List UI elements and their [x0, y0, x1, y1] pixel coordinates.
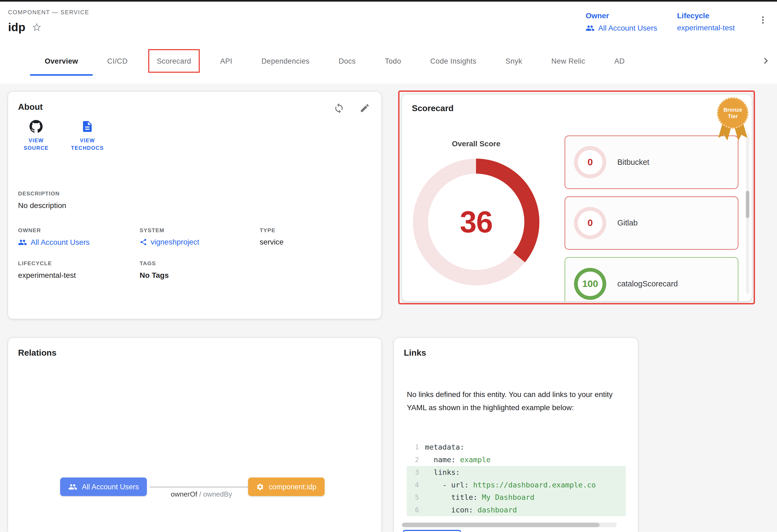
header-owner-value: All Account Users — [598, 24, 657, 32]
type-label: TYPE — [260, 227, 284, 234]
code-line: 4 - url: https://dashboard.example.co — [407, 479, 626, 491]
about-title: About — [18, 102, 43, 112]
header-owner-link[interactable]: All Account Users — [585, 24, 657, 33]
header-lifecycle-value: experimental-test — [677, 24, 735, 32]
bronze-tier-badge: Bronze Tier — [716, 98, 749, 144]
description-value: No description — [18, 201, 66, 210]
scorecard-title: Scorecard — [412, 103, 454, 113]
page-title: idp — [8, 21, 25, 34]
scorecard-scrollbar-thumb[interactable] — [746, 191, 749, 218]
scorecard-item-name: Bitbucket — [617, 158, 649, 167]
system-link[interactable]: vigneshproject — [140, 238, 199, 246]
more-options-icon[interactable] — [757, 14, 768, 25]
gear-icon — [256, 483, 264, 491]
horizontal-scrollbar-thumb[interactable] — [402, 523, 600, 527]
tab-overflow-truncated[interactable]: AD — [600, 47, 639, 76]
scorecard-item[interactable]: 0 Gitlab — [565, 196, 738, 250]
code-line: 3 links: — [407, 466, 626, 479]
relation-edge-line — [149, 487, 248, 488]
score-value: 0 — [587, 218, 593, 229]
score-value: 0 — [587, 157, 593, 168]
owner-node-label: All Account Users — [82, 483, 139, 491]
system-label: SYSTEM — [140, 227, 199, 234]
tab-bar: Overview CI/CD Scorecard API Dependencie… — [0, 47, 777, 76]
lifecycle-value: experimental-test — [18, 271, 76, 280]
tab-docs[interactable]: Docs — [324, 47, 370, 76]
code-line: 2 name: example — [407, 453, 626, 466]
yaml-example-code: 1metadata: 2 name: example 3 links: 4 - … — [407, 441, 626, 516]
overall-score-label: Overall Score — [413, 140, 539, 148]
github-icon — [29, 120, 43, 133]
type-value: service — [260, 238, 284, 246]
lifecycle-label: LIFECYCLE — [18, 260, 76, 267]
overall-score-value: 36 — [460, 205, 492, 239]
tab-api[interactable]: API — [206, 47, 247, 76]
code-line: 1metadata: — [407, 441, 626, 453]
content-area: About VIEW SOURCE — [0, 84, 777, 532]
owner-group-node[interactable]: All Account Users — [60, 478, 147, 496]
relations-title: Relations — [18, 348, 57, 358]
code-line: 6 icon: dashboard — [407, 504, 626, 516]
breadcrumb: COMPONENT — SERVICE — [8, 9, 89, 16]
tab-dependencies[interactable]: Dependencies — [247, 47, 324, 76]
links-card: Links No links defined for this entity. … — [394, 338, 638, 532]
header-lifecycle-label: Lifecycle — [677, 12, 735, 20]
app-root: COMPONENT — SERVICE idp Owner All Accoun… — [0, 0, 777, 532]
component-node[interactable]: component:idp — [248, 478, 324, 496]
score-value: 100 — [582, 278, 598, 289]
tab-code-insights[interactable]: Code Insights — [416, 47, 491, 76]
view-techdocs-button[interactable]: VIEW TECHDOCS — [68, 120, 106, 152]
code-line: 5 title: My Dashboard — [407, 491, 626, 504]
view-techdocs-label: VIEW TECHDOCS — [68, 137, 106, 152]
tab-overview[interactable]: Overview — [30, 47, 93, 76]
owner-link[interactable]: All Account Users — [18, 238, 90, 247]
people-icon — [585, 24, 595, 33]
tier-badge-label: Bronze Tier — [718, 107, 747, 120]
tab-todo[interactable]: Todo — [370, 47, 416, 76]
overall-score-donut: 36 — [413, 159, 539, 285]
tab-cicd[interactable]: CI/CD — [93, 47, 142, 76]
edit-icon[interactable] — [359, 103, 370, 114]
tags-value: No Tags — [140, 271, 169, 280]
scorecard-item-name: catalogScorecard — [617, 279, 678, 288]
score-gauge: 0 — [574, 146, 606, 178]
horizontal-scrollbar-track — [402, 523, 617, 527]
links-empty-text: No links defined for this entity. You ca… — [407, 388, 627, 414]
tags-label: TAGS — [140, 260, 169, 267]
links-partial-button[interactable] — [403, 530, 461, 532]
relation-edge-label: ownerOf / ownedBy — [159, 490, 244, 499]
scorecard-item-name: Gitlab — [617, 219, 638, 227]
system-icon — [140, 238, 147, 246]
document-icon — [81, 120, 94, 133]
links-title: Links — [404, 348, 426, 358]
owner-label: OWNER — [18, 227, 90, 234]
tab-new-relic[interactable]: New Relic — [537, 47, 600, 76]
view-source-label: VIEW SOURCE — [17, 137, 55, 152]
component-node-label: component:idp — [269, 483, 317, 491]
refresh-icon[interactable] — [333, 103, 344, 114]
view-source-button[interactable]: VIEW SOURCE — [17, 120, 55, 152]
chevron-right-icon[interactable] — [760, 55, 772, 67]
description-label: DESCRIPTION — [18, 190, 66, 197]
favorite-star-icon[interactable] — [31, 22, 42, 32]
scorecard-item[interactable]: 0 Bitbucket — [565, 136, 738, 189]
people-icon — [68, 482, 77, 492]
tab-snyk[interactable]: Snyk — [491, 47, 537, 76]
tab-scorecard[interactable]: Scorecard — [142, 47, 206, 76]
entity-header: COMPONENT — SERVICE idp Owner All Accoun… — [0, 2, 777, 84]
header-owner-label: Owner — [585, 12, 657, 20]
scorecard-card: Scorecard Bronze Tier Overall Score 36 0… — [402, 95, 752, 301]
scorecard-list: 0 Bitbucket 0 Gitlab 100 catalogScorecar… — [565, 136, 738, 301]
score-gauge: 100 — [574, 268, 606, 300]
relations-card: Relations ownerOf / ownedBy All Account … — [8, 338, 381, 532]
score-gauge: 0 — [574, 207, 606, 239]
scorecard-item[interactable]: 100 catalogScorecard — [565, 257, 738, 301]
about-card: About VIEW SOURCE — [8, 92, 381, 319]
people-icon — [18, 238, 27, 247]
